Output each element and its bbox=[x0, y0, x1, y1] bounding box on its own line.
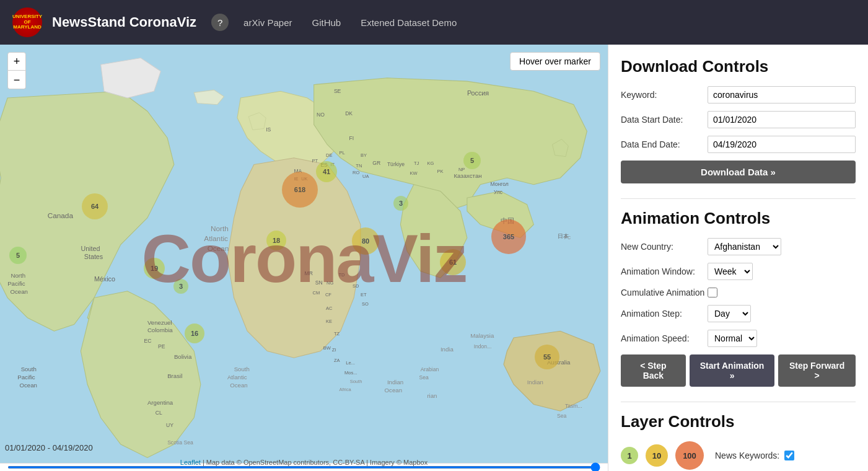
svg-text:Australia: Australia bbox=[547, 359, 571, 366]
svg-text:PE: PE bbox=[158, 343, 165, 350]
svg-text:South: South bbox=[234, 366, 250, 372]
svg-text:Ocean: Ocean bbox=[10, 288, 27, 295]
svg-text:SD: SD bbox=[353, 283, 359, 289]
start-animation-button[interactable]: Start Animation » bbox=[690, 354, 774, 387]
svg-text:MR: MR bbox=[305, 270, 313, 276]
svg-text:ZI: ZI bbox=[332, 347, 336, 353]
start-date-row: Data Start Date: bbox=[621, 111, 856, 128]
cumulative-label: Cumulative Animation bbox=[621, 288, 708, 297]
svg-text:UA: UA bbox=[362, 174, 369, 179]
bubble-legend-10: 10 bbox=[646, 444, 668, 467]
keyword-input[interactable] bbox=[708, 86, 856, 103]
svg-text:North: North bbox=[211, 224, 229, 233]
app-header: UNIVERSITYOFMARYLAND NewsStand CoronaViz… bbox=[0, 0, 868, 45]
svg-text:Canada: Canada bbox=[48, 211, 74, 219]
animation-controls-title: Animation Controls bbox=[621, 209, 856, 228]
leaflet-link[interactable]: Leaflet bbox=[180, 459, 201, 466]
download-data-button[interactable]: Download Data » bbox=[621, 161, 856, 183]
map-area[interactable]: Canada United States México Venezuel Col… bbox=[0, 45, 608, 471]
help-button[interactable]: ? bbox=[211, 14, 229, 31]
svg-text:States: States bbox=[84, 253, 103, 260]
svg-text:SO: SO bbox=[362, 301, 369, 307]
world-map-svg: Canada United States México Venezuel Col… bbox=[0, 45, 608, 471]
svg-text:TZ: TZ bbox=[334, 331, 340, 337]
svg-text:Le...: Le... bbox=[346, 360, 355, 366]
cumulative-row: Cumulative Animation bbox=[621, 288, 856, 297]
svg-text:DE: DE bbox=[326, 152, 332, 158]
anim-speed-select[interactable]: Slow Normal Fast bbox=[708, 330, 757, 347]
step-forward-button[interactable]: Step Forward > bbox=[778, 354, 856, 387]
svg-text:Arabian: Arabian bbox=[421, 366, 439, 372]
country-select[interactable]: Afghanistan Albania Algeria United State… bbox=[708, 238, 781, 255]
svg-text:Pacific: Pacific bbox=[17, 374, 35, 381]
start-date-label: Data Start Date: bbox=[621, 115, 708, 125]
svg-text:India: India bbox=[441, 346, 454, 353]
svg-text:South: South bbox=[21, 366, 37, 372]
svg-text:KG: KG bbox=[427, 161, 434, 166]
svg-text:CL: CL bbox=[156, 410, 162, 416]
zoom-in-button[interactable]: + bbox=[7, 52, 26, 71]
anim-speed-row: Animation Speed: Slow Normal Fast bbox=[621, 330, 856, 347]
anim-window-label: Animation Window: bbox=[621, 266, 708, 276]
svg-text:Colombia: Colombia bbox=[147, 327, 173, 333]
hover-tooltip: Hover over marker bbox=[510, 52, 600, 71]
svg-text:Argentina: Argentina bbox=[147, 398, 173, 405]
university-logo: UNIVERSITYOFMARYLAND bbox=[12, 7, 42, 37]
start-date-input[interactable] bbox=[708, 111, 856, 128]
svg-text:AC: AC bbox=[326, 306, 333, 311]
svg-text:United: United bbox=[81, 245, 100, 252]
svg-text:UK: UK bbox=[301, 176, 307, 182]
map-attribution: Leaflet | Map data © OpenStreetMap contr… bbox=[180, 459, 427, 466]
svg-text:SE: SE bbox=[334, 88, 341, 94]
anim-step-label: Animation Step: bbox=[621, 309, 708, 319]
svg-text:Sea: Sea bbox=[557, 413, 567, 419]
svg-text:ZA: ZA bbox=[334, 358, 340, 363]
country-label: New Country: bbox=[621, 242, 708, 252]
svg-text:NP: NP bbox=[458, 167, 465, 172]
anim-step-select[interactable]: Hour Day Week bbox=[708, 305, 751, 322]
svg-text:IT: IT bbox=[331, 162, 335, 167]
nav-dataset[interactable]: Extened Dataset Demo bbox=[356, 17, 462, 28]
layer-divider bbox=[621, 402, 856, 402]
svg-text:CF: CF bbox=[325, 292, 331, 297]
anim-step-row: Animation Step: Hour Day Week bbox=[621, 305, 856, 322]
svg-text:South: South bbox=[350, 379, 362, 384]
end-date-row: Data End Date: bbox=[621, 136, 856, 153]
zoom-out-button[interactable]: − bbox=[7, 71, 26, 89]
svg-text:NG: NG bbox=[327, 280, 333, 286]
svg-text:TD: TD bbox=[338, 272, 345, 278]
svg-text:Bolivia: Bolivia bbox=[174, 353, 192, 360]
svg-text:Tasm...: Tasm... bbox=[565, 403, 582, 409]
timeline-start-label: 01/01/2020 - 04/19/2020 bbox=[5, 443, 93, 452]
anim-window-select[interactable]: Day Week Month bbox=[708, 263, 753, 280]
svg-text:Pacific: Pacific bbox=[7, 280, 25, 287]
svg-text:Ocean: Ocean bbox=[230, 382, 247, 389]
app-title: NewsStand CoronaViz bbox=[52, 14, 196, 30]
svg-text:NO: NO bbox=[317, 112, 325, 118]
cumulative-checkbox[interactable] bbox=[708, 288, 717, 297]
svg-text:IE: IE bbox=[294, 176, 298, 182]
step-back-button[interactable]: < Step Back bbox=[621, 354, 686, 387]
svg-text:Malaysia: Malaysia bbox=[470, 332, 494, 339]
nav-github[interactable]: GitHub bbox=[307, 17, 346, 28]
svg-text:Ocean: Ocean bbox=[385, 387, 402, 394]
right-panel: Download Controls Keyword: Data Start Da… bbox=[608, 45, 868, 471]
svg-text:Scotia Sea: Scotia Sea bbox=[167, 439, 193, 446]
news-keywords-checkbox[interactable] bbox=[784, 451, 794, 460]
svg-text:KE: KE bbox=[326, 319, 332, 324]
nav-arxiv[interactable]: arXiv Paper bbox=[239, 17, 297, 28]
svg-text:Ocean: Ocean bbox=[19, 382, 37, 389]
svg-text:Africa: Africa bbox=[339, 387, 351, 392]
svg-text:Ocean: Ocean bbox=[208, 244, 229, 253]
end-date-input[interactable] bbox=[708, 136, 856, 153]
svg-text:ET: ET bbox=[361, 292, 367, 297]
end-date-label: Data End Date: bbox=[621, 139, 708, 149]
svg-text:中国: 中国 bbox=[501, 217, 514, 224]
svg-text:PL: PL bbox=[339, 150, 344, 156]
svg-text:DK: DK bbox=[345, 110, 353, 117]
svg-text:PC: PC bbox=[564, 235, 571, 240]
svg-text:MA: MA bbox=[294, 168, 302, 174]
download-controls-title: Download Controls bbox=[621, 57, 856, 76]
news-keywords-label: News Keywords: bbox=[715, 451, 779, 460]
timeline-slider[interactable] bbox=[7, 466, 600, 469]
